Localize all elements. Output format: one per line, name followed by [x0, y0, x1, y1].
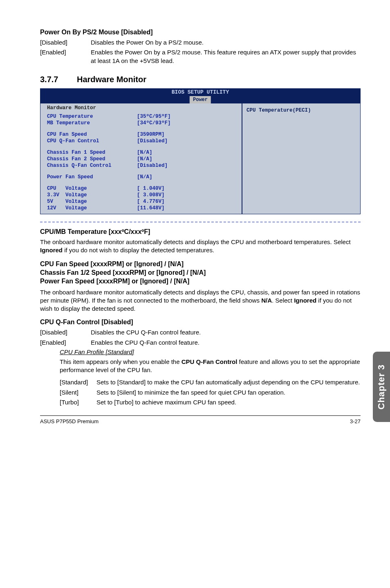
- bios-row: MB Temperature[34ºC/93ºF]: [47, 120, 238, 126]
- bios-value: [ 3.008V]: [137, 192, 238, 198]
- qfan-row-disabled: [Disabled] Disables the CPU Q-Fan contro…: [40, 328, 361, 337]
- bios-right-pane: CPU Temperature(PECI): [242, 103, 360, 214]
- bios-value: [N/A]: [137, 174, 238, 180]
- fanspeed-line3: Power Fan Speed [xxxxRPM] or [Ignored] /…: [40, 278, 189, 285]
- bios-row: Chassis Fan 1 Speed[N/A]: [47, 149, 238, 156]
- bios-label: CPU Q-Fan Control: [47, 138, 137, 144]
- qfan-profile-row-turbo: [Turbo] Set to [Turbo] to achieve maximu…: [60, 398, 361, 406]
- bios-titlebar: BIOS SETUP UTILITY Power: [40, 89, 360, 103]
- bios-row: CPU Q-Fan Control[Disabled]: [47, 138, 238, 144]
- opt-desc: Disables the CPU Q-Fan control feature.: [91, 328, 361, 337]
- opt-label: [Standard]: [60, 378, 96, 386]
- opt-label: [Disabled]: [40, 38, 91, 47]
- ps2-row-enabled: [Enabled] Enables the Power On by a PS/2…: [40, 48, 361, 65]
- bios-label: 12V Voltage: [47, 205, 137, 211]
- bios-row: 12V Voltage[11.648V]: [47, 205, 238, 211]
- opt-label: [Enabled]: [40, 48, 91, 56]
- bios-label: Chassis Fan 1 Speed: [47, 149, 137, 156]
- bios-value: [Disabled]: [137, 138, 238, 144]
- opt-label: [Enabled]: [40, 339, 91, 347]
- bios-value: [ 4.776V]: [137, 198, 238, 205]
- chapter-tab-label: Chapter 3: [376, 364, 387, 409]
- bios-row: 3.3V Voltage[ 3.008V]: [47, 192, 238, 198]
- bios-value: [11.648V]: [137, 205, 238, 211]
- cpumb-heading: CPU/MB Temperature [xxxºC/xxxºF]: [40, 228, 361, 236]
- bios-left-pane: Hardware Monitor CPU Temperature[35ºC/95…: [40, 103, 242, 214]
- qfan-profile-heading: CPU Fan Profile [Standard]: [60, 348, 361, 355]
- qfan-profile-row-standard: [Standard] Sets to [Standard] to make th…: [60, 378, 361, 386]
- bios-label: CPU Temperature: [47, 113, 137, 120]
- bios-value: [N/A]: [137, 156, 238, 162]
- bios-row: CPU Fan Speed[3590RPM]: [47, 131, 238, 138]
- ps2-row-disabled: [Disabled] Disables the Power On by a PS…: [40, 38, 361, 47]
- section-number: 3.7.7: [40, 75, 77, 84]
- bios-value: [ 1.040V]: [137, 185, 238, 192]
- qfan-profile-row-silent: [Silent] Sets to [Silent] to minimize th…: [60, 388, 361, 397]
- qfan-heading: CPU Q-Fan Control [Disabled]: [40, 319, 361, 326]
- bios-row: CPU Voltage[ 1.040V]: [47, 185, 238, 192]
- bios-label: CPU Fan Speed: [47, 131, 137, 138]
- bios-label: Power Fan Speed: [47, 174, 137, 180]
- fanspeed-line2: Chassis Fan 1/2 Speed [xxxxRPM] or [Igno…: [40, 269, 206, 276]
- bios-tab-power: Power: [190, 96, 211, 103]
- qfan-profile-intro: This item appears only when you enable t…: [60, 358, 361, 375]
- fanspeed-heading: CPU Fan Speed [xxxxRPM] or [Ignored] / […: [40, 260, 361, 285]
- bios-value: [N/A]: [137, 149, 238, 156]
- bios-bottom-dashed: [40, 222, 361, 222]
- footer-left: ASUS P7P55D Premium: [40, 418, 99, 424]
- bios-label: CPU Voltage: [47, 185, 137, 192]
- bios-screenshot: BIOS SETUP UTILITY Power Hardware Monito…: [40, 88, 361, 214]
- bios-value: [34ºC/93ºF]: [137, 120, 238, 126]
- bios-panel-title: Hardware Monitor: [47, 105, 238, 111]
- opt-desc: Sets to [Silent] to minimize the fan spe…: [96, 388, 361, 397]
- opt-label: [Disabled]: [40, 328, 91, 337]
- ps2-mouse-heading: Power On By PS/2 Mouse [Disabled]: [40, 29, 361, 36]
- footer-right: 3-27: [350, 418, 361, 424]
- bios-label: Chassis Q-Fan Control: [47, 162, 137, 169]
- opt-desc: Enables the Power On by a PS/2 mouse. Th…: [91, 48, 361, 65]
- bios-value: [Disabled]: [137, 162, 238, 169]
- bios-value: [3590RPM]: [137, 131, 238, 138]
- bios-label: 5V Voltage: [47, 198, 137, 205]
- bios-row: CPU Temperature[35ºC/95ºF]: [47, 113, 238, 120]
- bios-row: Chassis Fan 2 Speed[N/A]: [47, 156, 238, 162]
- bios-label: Chassis Fan 2 Speed: [47, 156, 137, 162]
- fanspeed-line1: CPU Fan Speed [xxxxRPM] or [Ignored] / […: [40, 260, 184, 267]
- bios-label: MB Temperature: [47, 120, 137, 126]
- cpumb-body: The onboard hardware monitor automatical…: [40, 238, 361, 255]
- qfan-row-enabled: [Enabled] Enables the CPU Q-Fan control …: [40, 339, 361, 347]
- section-title: Hardware Monitor: [77, 75, 146, 84]
- bios-row: 5V Voltage[ 4.776V]: [47, 198, 238, 205]
- opt-desc: Sets to [Standard] to make the CPU fan a…: [96, 378, 361, 386]
- bios-value: [35ºC/95ºF]: [137, 113, 238, 120]
- bios-title-line1: BIOS SETUP UTILITY: [172, 89, 229, 96]
- chapter-tab: Chapter 3: [373, 352, 390, 422]
- opt-label: [Silent]: [60, 388, 96, 397]
- opt-desc: Enables the CPU Q-Fan control feature.: [91, 339, 361, 347]
- opt-desc: Disables the Power On by a PS/2 mouse.: [91, 38, 361, 47]
- bios-row: Chassis Q-Fan Control[Disabled]: [47, 162, 238, 169]
- opt-desc: Set to [Turbo] to achieve maximum CPU fa…: [96, 398, 361, 406]
- bios-label: 3.3V Voltage: [47, 192, 137, 198]
- bios-hint: CPU Temperature(PECI): [247, 108, 356, 113]
- fanspeed-body: The onboard hardware monitor automatical…: [40, 288, 361, 313]
- opt-label: [Turbo]: [60, 398, 96, 406]
- page-footer: ASUS P7P55D Premium 3-27: [40, 415, 361, 424]
- bios-row: Power Fan Speed[N/A]: [47, 174, 238, 180]
